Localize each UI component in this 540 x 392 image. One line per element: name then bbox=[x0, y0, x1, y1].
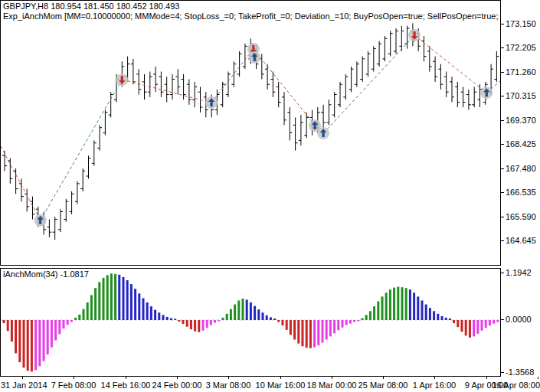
ohlc-bar bbox=[293, 117, 298, 150]
ohlc-bar bbox=[433, 57, 437, 82]
histogram-bar bbox=[413, 292, 415, 320]
histogram-bar bbox=[333, 320, 335, 333]
histogram-bar bbox=[210, 320, 212, 325]
histogram-bar bbox=[214, 320, 216, 323]
buy-signal-marker[interactable] bbox=[34, 214, 47, 227]
sell-signal-marker[interactable] bbox=[408, 29, 421, 41]
ohlc-bar bbox=[64, 199, 68, 222]
ohlc-bar bbox=[332, 92, 337, 117]
histogram-bar bbox=[425, 305, 427, 320]
time-axis-label: 7 Feb 08:00 bbox=[51, 381, 97, 390]
ohlc-bar bbox=[8, 158, 12, 184]
price-chart-pane[interactable]: GBPJPY,H8 180.954 181.450 180.452 180.49… bbox=[0, 0, 501, 266]
ohlc-bar bbox=[131, 59, 136, 84]
histogram-bar bbox=[114, 274, 116, 320]
ohlc-bar bbox=[25, 189, 29, 212]
time-axis-label: 31 Jan 2014 bbox=[1, 381, 47, 390]
histogram-bar bbox=[170, 318, 172, 321]
histogram-bar bbox=[389, 289, 391, 320]
time-axis-label: 25 Mar 08:00 bbox=[358, 381, 408, 390]
histogram-bar bbox=[15, 320, 17, 353]
ohlc-bar bbox=[399, 26, 404, 51]
histogram-bar bbox=[138, 293, 140, 320]
ohlc-bar bbox=[455, 82, 460, 107]
histogram-bar bbox=[445, 318, 447, 320]
ohlc-bar bbox=[326, 100, 331, 125]
histogram-bar bbox=[433, 311, 435, 320]
buy-signal-marker[interactable] bbox=[205, 96, 218, 109]
indicator-pane[interactable]: iAnchMom(34) -1.0817 bbox=[0, 268, 501, 377]
price-axis-tick bbox=[501, 72, 504, 73]
ohlc-bar bbox=[187, 80, 191, 105]
histogram-bar bbox=[178, 320, 180, 322]
ohlc-bar bbox=[494, 51, 499, 82]
histogram-bar bbox=[270, 317, 272, 320]
indicator-canvas bbox=[1, 269, 500, 376]
histogram-bar bbox=[449, 318, 451, 320]
histogram-bar bbox=[198, 320, 200, 332]
histogram-bar bbox=[166, 317, 169, 320]
buy-signal-marker[interactable] bbox=[248, 51, 260, 64]
histogram-bar bbox=[67, 320, 69, 325]
histogram-bar bbox=[90, 295, 93, 320]
histogram-bar bbox=[369, 311, 371, 320]
histogram-bar bbox=[162, 315, 165, 320]
histogram-bar bbox=[103, 278, 105, 320]
histogram-bar bbox=[34, 320, 37, 370]
ohlc-bar bbox=[53, 217, 57, 240]
price-axis[interactable]: 173.150172.205171.260170.315169.370168.4… bbox=[501, 0, 540, 266]
histogram-bar bbox=[461, 320, 463, 332]
histogram-bar bbox=[277, 320, 280, 322]
histogram-bar bbox=[262, 312, 264, 320]
price-axis-tick bbox=[501, 168, 504, 169]
histogram-bar bbox=[481, 320, 483, 331]
histogram-bar bbox=[453, 320, 455, 323]
price-axis-label: 164.645 bbox=[506, 236, 536, 245]
histogram-bar bbox=[266, 315, 268, 320]
ohlc-bar bbox=[366, 51, 371, 77]
histogram-bar bbox=[234, 305, 236, 320]
histogram-bar bbox=[74, 318, 77, 320]
ohlc-bar bbox=[343, 74, 348, 100]
ohlc-bar bbox=[377, 41, 381, 67]
histogram-bar bbox=[142, 298, 145, 320]
histogram-bar bbox=[489, 320, 491, 325]
histogram-bar bbox=[190, 320, 192, 329]
histogram-bar bbox=[326, 320, 328, 340]
time-axis-label: 1 Apr 16:00 bbox=[413, 381, 456, 390]
ohlc-bar bbox=[450, 77, 454, 102]
ohlc-bar bbox=[221, 82, 225, 107]
histogram-bar bbox=[194, 320, 196, 332]
ohlc-bar bbox=[265, 64, 270, 90]
histogram-bar bbox=[70, 320, 73, 322]
histogram-bar bbox=[47, 320, 49, 354]
indicator-axis[interactable]: 1.19420.0000-1.3568 bbox=[501, 268, 540, 377]
histogram-bar bbox=[302, 320, 304, 346]
ohlc-bar bbox=[165, 77, 169, 102]
histogram-bar bbox=[254, 306, 256, 320]
histogram-bar bbox=[437, 314, 439, 320]
histogram-bar bbox=[130, 284, 133, 320]
sell-signal-marker[interactable] bbox=[116, 74, 128, 86]
histogram-bar bbox=[309, 320, 312, 348]
histogram-bar bbox=[174, 319, 176, 321]
histogram-bar bbox=[293, 320, 296, 340]
ohlc-bar bbox=[92, 140, 97, 165]
ohlc-bar bbox=[159, 72, 163, 97]
ohlc-bar bbox=[321, 105, 326, 130]
price-axis-tick bbox=[501, 240, 504, 241]
ohlc-bar bbox=[466, 90, 471, 110]
histogram-bar bbox=[38, 320, 41, 366]
indicator-axis-tick bbox=[501, 319, 504, 320]
histogram-bar bbox=[7, 320, 9, 331]
buy-signal-marker[interactable] bbox=[480, 87, 493, 99]
histogram-bar bbox=[206, 320, 208, 328]
histogram-bar bbox=[202, 320, 205, 331]
buy-signal-marker[interactable] bbox=[317, 127, 329, 139]
ohlc-bar bbox=[287, 107, 292, 140]
histogram-bar bbox=[242, 299, 244, 320]
ohlc-bar bbox=[58, 209, 63, 232]
histogram-bar bbox=[83, 309, 85, 320]
time-axis[interactable]: 31 Jan 20147 Feb 08:0014 Feb 16:0024 Feb… bbox=[0, 377, 540, 392]
histogram-bar bbox=[78, 315, 80, 320]
